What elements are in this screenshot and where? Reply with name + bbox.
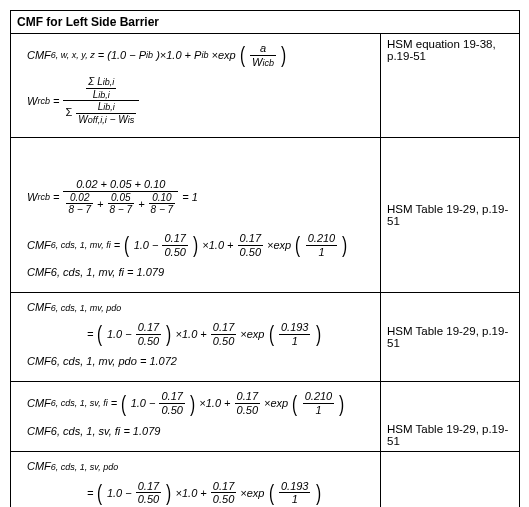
table-title: CMF for Left Side Barrier [11,11,520,34]
ref-d: HSM Table 19-29, p.19-51 [381,382,520,451]
eq-wrcb-numeric: Wrcb = 0.02 + 0.05 + 0.10 0.028 − 7 + 0.… [27,178,374,216]
cell-cmf-line2: CMF6, cds, 1, mv, pdo = ( 1.0 − 0.170.50… [11,293,381,382]
cell-wrcb-numeric: Wrcb = 0.02 + 0.05 + 0.10 0.028 − 7 + 0.… [11,138,381,293]
eq-cmf-line2-lhs: CMF6, cds, 1, mv, pdo [27,301,374,313]
ref-c: HSM Table 19-29, p.19-51 [381,293,520,382]
eq-cmf-line3-result: CMF6, cds, 1, sv, fi = 1.079 [27,425,374,437]
eq-wrcb-general: Wrcb = Σ Lib,i Lib,i Σ Lib,i Woff,i,i − … [27,76,374,125]
eq-cmf-line4-rhs: = ( 1.0 − 0.170.50 ) ×1.0 + 0.170.50 ×ex… [87,480,374,506]
cmf-table: CMF for Left Side Barrier CMF6, w, x, y,… [10,10,520,507]
cell-cmf-line4: CMF6, cds, 1, sv, pdo = ( 1.0 − 0.170.50… [11,451,381,507]
ref-a: HSM equation 19-38, p.19-51 [381,34,520,138]
eq-cmf-general: CMF6, w, x, y, z = (1.0 − Pib )×1.0 + Pi… [27,42,374,68]
ref-b: HSM Table 19-29, p.19-51 [381,138,520,293]
eq-cmf-line4-lhs: CMF6, cds, 1, sv, pdo [27,460,374,472]
eq-cmf-line3: CMF6, cds, 1, sv, fi = ( 1.0 − 0.170.50 … [27,390,374,416]
eq-cmf-line1: CMF6, cds, 1, mv, fi = ( 1.0 − 0.170.50 … [27,232,374,258]
eq-cmf-line2-result: CMF6, cds, 1, mv, pdo = 1.072 [27,355,374,367]
eq-cmf-line2-rhs: = ( 1.0 − 0.170.50 ) ×1.0 + 0.170.50 ×ex… [87,321,374,347]
cell-cmf-line3: CMF6, cds, 1, sv, fi = ( 1.0 − 0.170.50 … [11,382,381,451]
cell-general-formulas: CMF6, w, x, y, z = (1.0 − Pib )×1.0 + Pi… [11,34,381,138]
eq-cmf-line1-result: CMF6, cds, 1, mv, fi = 1.079 [27,266,374,278]
ref-e: HSM Table 19-29, p.19-51 [381,451,520,507]
